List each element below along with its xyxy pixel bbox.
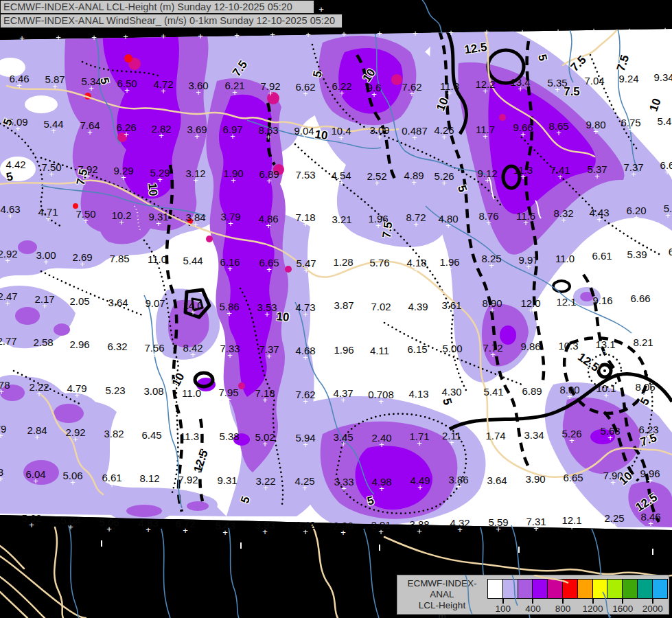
station-value: 9.24 [618,73,638,84]
title-windshear-text: ECMWF-INDEX-ANAL WindShear_ (m/s) 0-1km … [3,15,335,26]
legend-tick-mark [652,599,653,604]
station-value: 8.12 [139,472,159,484]
station-value: 3.34 [524,429,544,441]
station-value: 8.72 [406,211,426,223]
station-value: 4.54 [331,170,351,181]
station-value: 6.61 [592,250,612,262]
contour-label: 7.5 [564,85,580,99]
legend-title-param: LCL-Height [399,600,485,611]
station-value: 4.25 [294,475,314,487]
station-value: 0.708 [368,389,394,400]
station-value: 7.64 [80,119,100,131]
graticule-cross: + [91,32,97,43]
station-value: 11.6 [516,210,535,222]
station-value: 5.00 [442,343,462,354]
station-value: 10.2 [111,209,131,221]
graticule-cross: + [56,32,61,43]
graticule-cross: + [448,27,454,38]
station-value: 6.66 [630,293,650,304]
station-value: 5.94 [295,432,315,444]
station-value: 3.64 [487,474,507,486]
station-value: 6.46 [9,73,29,84]
station-value: 7.04 [584,75,604,87]
station-value: 3.86 [448,474,468,485]
station-value: 8.65 [548,120,568,132]
station-value: 5.37 [587,163,607,175]
station-value: 9.12 [477,168,497,179]
station-value: 6.32 [107,341,127,352]
legend-swatch [487,579,503,599]
graticule-cross: + [555,26,561,36]
station-value: 9.97 [518,254,538,266]
station-value: 6.04 [25,468,45,480]
station-value: 2.91 [371,519,391,531]
legend-color-scale [487,579,668,599]
station-value: 3.22 [255,475,275,487]
station-value: 8.76 [478,210,498,222]
station-value: 9.04 [294,125,314,137]
legend-tick-label: 100 [496,604,511,614]
station-value: 7.62 [402,81,421,93]
station-value: 3.08 [143,385,163,397]
station-value: 6.97 [222,124,242,135]
graticule-tick [652,549,653,555]
station-value: 0.487 [402,125,428,137]
station-value: 4.43 [589,207,609,218]
legend-swatch [503,579,518,599]
station-value: 2.11 [442,430,461,442]
station-value: 5.4 [658,115,672,127]
station-value: 9.16 [592,295,612,306]
station-value: 7.37 [259,343,279,355]
legend-tick-mark [532,599,533,604]
station-value: 1.28 [333,256,353,268]
station-value: 4.39 [408,301,428,312]
graticule-cross: + [161,31,166,41]
station-value: 7.53 [295,169,315,181]
station-value: 8.63 [258,124,278,136]
station-value: 6.65 [563,472,583,483]
station-value: 14.0 [183,299,202,311]
station-value: 79 [0,423,6,435]
station-value: 5.44 [183,255,202,266]
station-value: 9.31 [148,211,168,222]
legend-titles: ECMWF-INDEX-ANAL LCL-Height m [399,578,485,618]
station-value: 2.96 [69,339,89,350]
station-value: 10.4 [331,125,351,137]
station-value: 13.4 [510,76,530,88]
station-value: 7.95 [218,387,238,398]
station-value: 7.72 [483,342,502,354]
station-value: 3.61 [441,299,461,311]
station-value: 1.74 [485,430,505,442]
station-value: 2.92 [0,248,18,260]
station-value: 4.49 [410,474,430,486]
graticule-cross: + [341,29,347,39]
station-value: 3.09 [369,124,389,136]
station-value: 9.66 [513,122,533,133]
station-value: 2.17 [34,293,54,305]
station-value: 1.96 [334,344,354,356]
station-value: 7.50 [76,208,95,220]
graticule-cross: + [520,27,525,37]
station-value: 3.69 [187,124,207,135]
station-value: 5.39 [627,249,647,260]
legend-swatch [623,579,638,599]
station-value: 7.31 [526,516,546,527]
station-value: 8.05 [635,381,655,393]
station-value: 4.30 [441,386,461,398]
graticule-tick [379,545,380,551]
station-value: 1.90 [223,168,243,179]
station-value: 3.90 [525,473,545,485]
station-value: 4.68 [295,345,315,356]
station-value: 2.40 [371,432,391,444]
station-value: 6.45 [141,429,161,441]
station-value: 6.26 [116,122,136,133]
station-value: 7.02 [371,301,391,312]
station-value: 2.77 [0,335,17,347]
station-value: 7.37 [623,161,643,173]
legend-swatch [607,579,623,599]
station-value: 4.13 [408,388,428,400]
contour-label: 10 [276,310,290,325]
station-value: 11.0 [182,387,201,399]
graticule-tick [101,540,102,547]
legend-tick-mark [592,599,594,604]
